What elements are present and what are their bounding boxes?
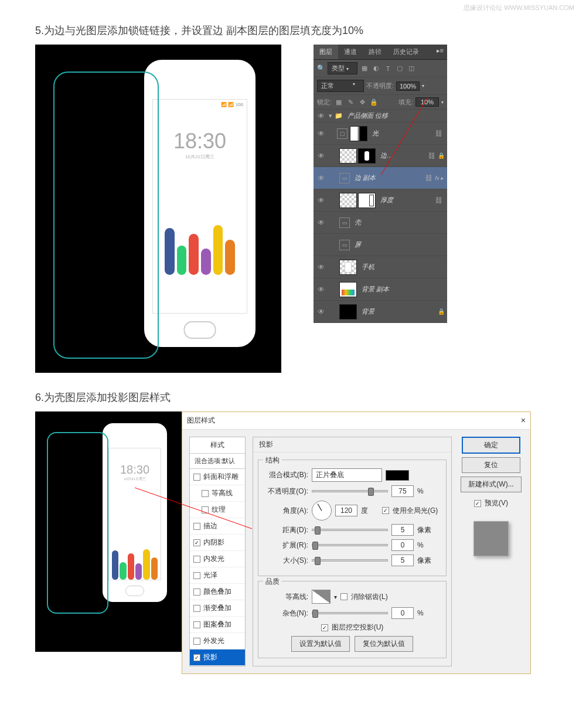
filter-smart-icon[interactable]: ◫ — [407, 64, 416, 73]
distance-input[interactable]: 5 — [391, 524, 414, 536]
filter-adjust-icon[interactable]: ◐ — [372, 64, 381, 73]
link-icon[interactable]: ⛓ — [428, 152, 435, 160]
checkbox[interactable] — [193, 588, 200, 596]
fx-badge[interactable]: fx ▸ — [435, 175, 444, 181]
style-item-texture[interactable]: 纹理 — [190, 502, 245, 518]
filter-shape-icon[interactable]: ▢ — [395, 64, 404, 73]
lock-move-icon[interactable]: ✥ — [357, 97, 367, 107]
visibility-icon[interactable]: 👁 — [316, 219, 326, 227]
checkbox[interactable] — [193, 474, 200, 481]
style-item-color-overlay[interactable]: 颜色叠加 — [190, 584, 245, 600]
size-slider[interactable] — [312, 559, 388, 562]
contour-dropdown-icon[interactable]: ▾ — [334, 594, 337, 600]
style-item-contour[interactable]: 等高线 — [190, 485, 245, 502]
style-item-inner-shadow[interactable]: 内阴影 — [190, 535, 245, 551]
checkbox[interactable] — [202, 490, 209, 497]
style-item-pattern-overlay[interactable]: 图案叠加 — [190, 617, 245, 633]
layer-row[interactable]: 👁 背景 🔒 — [314, 301, 447, 323]
cancel-button[interactable]: 复位 — [462, 457, 520, 473]
opacity-input[interactable]: 75 — [391, 485, 414, 497]
visibility-icon[interactable]: 👁 — [316, 196, 326, 205]
opacity-dropdown-icon[interactable]: ▾ — [422, 83, 424, 89]
layer-row[interactable]: 👁 背景 副本 — [314, 278, 447, 301]
style-item-outer-glow[interactable]: 外发光 — [190, 633, 245, 649]
noise-slider[interactable] — [312, 612, 388, 614]
blend-options[interactable]: 混合选项:默认 — [190, 454, 245, 469]
style-item-drop-shadow[interactable]: 投影 — [190, 649, 245, 666]
reset-default-button[interactable]: 复位为默认值 — [355, 636, 413, 652]
new-style-button[interactable]: 新建样式(W)... — [461, 477, 521, 492]
opacity-input[interactable]: 100% — [396, 81, 420, 91]
checkbox[interactable] — [193, 654, 200, 661]
checkbox[interactable] — [193, 621, 200, 628]
style-item-gradient-overlay[interactable]: 渐变叠加 — [190, 600, 245, 617]
layer-row[interactable]: ▢ ▭ 屏 — [314, 234, 447, 256]
layer-row[interactable]: 👁 ▢ 光 ⛓ — [314, 123, 447, 145]
checkbox[interactable] — [202, 506, 209, 513]
angle-dial[interactable] — [312, 501, 332, 521]
layer-row[interactable]: 👁 手机 — [314, 256, 447, 278]
spread-input[interactable]: 0 — [391, 539, 414, 551]
spread-slider[interactable] — [312, 544, 388, 546]
layer-row[interactable]: 👁 ▭ 壳 — [314, 212, 447, 234]
checkbox[interactable] — [193, 523, 200, 530]
global-light-checkbox[interactable] — [382, 507, 389, 514]
visibility-icon[interactable]: 👁 — [316, 263, 326, 271]
visibility-icon[interactable]: 👁 — [316, 174, 326, 182]
link-icon[interactable]: ⛓ — [435, 130, 442, 138]
checkbox[interactable] — [193, 572, 200, 579]
color-swatch[interactable] — [386, 470, 409, 481]
ok-button[interactable]: 确定 — [462, 437, 520, 454]
layer-row[interactable]: 👁 边… ⛓ 🔒 — [314, 145, 447, 167]
lock-all-icon[interactable]: 🔒 — [369, 97, 379, 107]
layer-row[interactable]: 👁 厚度 ⛓ — [314, 189, 447, 212]
dialog-right-buttons: 确定 复位 新建样式(W)... 预览(V) — [459, 437, 523, 666]
distance-slider[interactable] — [312, 529, 388, 531]
filter-type-icon[interactable]: T — [383, 64, 393, 73]
layer-group-row[interactable]: 👁 ▾ 📁 产品侧面 位移 — [314, 110, 447, 123]
checkbox[interactable] — [193, 556, 200, 563]
visibility-icon[interactable]: 👁 — [316, 285, 326, 294]
visibility-icon[interactable]: 👁 — [316, 308, 326, 316]
style-item-inner-glow[interactable]: 内发光 — [190, 551, 245, 567]
contour-picker[interactable] — [312, 590, 331, 604]
opacity-slider[interactable] — [312, 490, 388, 492]
style-item-satin[interactable]: 光泽 — [190, 567, 245, 584]
checkbox[interactable] — [193, 605, 200, 612]
blend-mode-select[interactable]: 正片叠底 — [312, 468, 382, 482]
close-icon[interactable]: × — [521, 416, 526, 426]
checkbox[interactable] — [193, 638, 200, 645]
fill-input[interactable]: 10% — [415, 97, 439, 107]
fill-dropdown-icon[interactable]: ▾ — [441, 100, 444, 105]
tab-history[interactable]: 历史记录 — [387, 45, 425, 59]
set-default-button[interactable]: 设置为默认值 — [291, 636, 350, 652]
visibility-icon[interactable]: ▢ — [316, 241, 326, 249]
lock-brush-icon[interactable]: ✎ — [346, 97, 355, 107]
layer-row-selected[interactable]: 👁 ▭ 边 副本 ⛓ fx ▸ — [314, 167, 447, 189]
tab-channels[interactable]: 通道 — [338, 45, 363, 59]
size-input[interactable]: 5 — [391, 554, 414, 566]
knockout-checkbox[interactable] — [321, 624, 328, 631]
filter-type-select[interactable]: 类型 ▾ — [328, 62, 357, 74]
preview-checkbox[interactable] — [474, 500, 481, 507]
styles-header[interactable]: 样式 — [190, 437, 245, 454]
antialias-checkbox[interactable] — [340, 593, 347, 600]
link-icon[interactable]: ⛓ — [435, 196, 442, 205]
link-icon[interactable]: ⛓ — [425, 174, 432, 182]
blend-mode-select[interactable]: 正常 ▾ — [317, 80, 364, 92]
checkbox[interactable] — [193, 539, 200, 546]
layer-list: 👁 ▾ 📁 产品侧面 位移 👁 ▢ 光 ⛓ 👁 — [314, 110, 447, 323]
visibility-icon[interactable]: 👁 — [316, 152, 326, 160]
visibility-icon[interactable]: 👁 — [316, 112, 326, 120]
panel-menu-icon[interactable]: ▸≡ — [433, 45, 447, 59]
lock-transparency-icon[interactable]: ▦ — [334, 97, 343, 107]
angle-input[interactable]: 120 — [335, 505, 357, 516]
visibility-icon[interactable]: 👁 — [316, 130, 326, 138]
tab-paths[interactable]: 路径 — [363, 45, 387, 59]
noise-input[interactable]: 0 — [391, 607, 414, 619]
style-item-bevel[interactable]: 斜面和浮雕 — [190, 469, 245, 485]
style-item-stroke[interactable]: 描边 — [190, 518, 245, 535]
tab-layers[interactable]: 图层 — [314, 45, 338, 59]
collapse-icon[interactable]: ▾ — [329, 112, 332, 120]
filter-pixel-icon[interactable]: ▦ — [360, 64, 369, 73]
